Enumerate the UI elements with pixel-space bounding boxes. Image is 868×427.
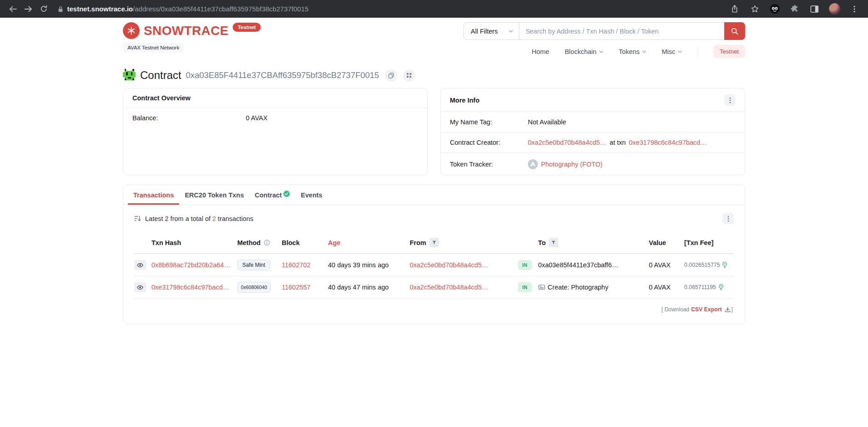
creator-address-link[interactable]: 0xa2c5e0bd70b48a4cd5…: [528, 139, 606, 146]
more-info-menu-button[interactable]: [724, 94, 736, 106]
gas-lightbulb-icon: [718, 284, 724, 291]
token-tracker-link[interactable]: Photography (FOTO): [541, 161, 603, 168]
token-logo-icon: [528, 159, 538, 169]
browser-address-bar[interactable]: testnet.snowtrace.io/address/0xa03e85f44…: [53, 0, 726, 18]
nav-item-tokens[interactable]: Tokens: [619, 48, 646, 55]
overview-card-title: Contract Overview: [132, 94, 190, 102]
contract-overview-card: Contract Overview Balance: 0 AVAX: [123, 88, 428, 175]
csv-export-row: [ Download CSV Export ]: [134, 299, 734, 316]
page-title-row: Contract 0xa03E85F4411e37CBAff635975bf38…: [123, 69, 745, 82]
browser-reload-button[interactable]: [37, 3, 50, 15]
to-filter-button[interactable]: [549, 238, 558, 247]
tab-transactions[interactable]: Transactions: [128, 185, 179, 205]
brand-name[interactable]: SNOWTRACE: [144, 22, 229, 39]
balance-row: Balance: 0 AVAX: [123, 108, 427, 128]
qr-code-button[interactable]: [403, 69, 415, 82]
browser-forward-button[interactable]: [22, 3, 34, 15]
direction-badge: IN: [518, 282, 532, 292]
txn-value: 0 AVAX: [649, 261, 671, 269]
browser-back-button[interactable]: [6, 3, 19, 15]
copy-address-button[interactable]: [385, 69, 397, 82]
view-txn-button[interactable]: [134, 260, 146, 270]
nav-item-misc[interactable]: Misc: [662, 48, 682, 55]
browser-extensions-button[interactable]: [788, 3, 801, 15]
creation-txn-link[interactable]: 0xe31798c6c84c97bacd…: [629, 139, 707, 146]
direction-badge: IN: [518, 260, 532, 270]
txn-hash-link[interactable]: 0x8b698ac72bd20b2a64…: [151, 261, 230, 269]
chevron-down-icon: [599, 50, 603, 53]
search-button[interactable]: [724, 22, 745, 40]
share-icon: [731, 5, 738, 13]
col-value: Value: [649, 232, 684, 254]
network-label: AVAX Testnet Network: [123, 43, 184, 53]
to-create-contract[interactable]: Create: Photography: [548, 284, 609, 291]
txn-fee: 0.065711195: [684, 284, 716, 290]
transactions-summary-row: Latest 2 from a total of2transactions: [134, 205, 734, 232]
age-value: 40 days 39 mins ago: [328, 261, 389, 269]
nav-testnet-badge[interactable]: Testnet: [713, 45, 745, 58]
search-filter-dropdown[interactable]: All Filters: [464, 23, 519, 39]
from-filter-button[interactable]: [429, 238, 439, 247]
browser-profile-button[interactable]: [828, 3, 841, 15]
name-tag-label: My Name Tag:: [450, 118, 528, 126]
star-icon: [751, 5, 759, 13]
user-avatar: [829, 3, 840, 15]
name-tag-row: My Name Tag: Not Available: [441, 112, 745, 132]
tab-events[interactable]: Events: [295, 185, 328, 205]
summary-count: 2: [212, 215, 216, 222]
kebab-menu-icon: [727, 216, 729, 222]
browser-menu-button[interactable]: [848, 3, 861, 15]
puzzle-icon: [790, 5, 799, 13]
col-from: From: [410, 232, 517, 254]
forward-arrow-icon: [24, 5, 33, 13]
table-options-button[interactable]: [722, 213, 734, 224]
summary-prefix: Latest 2 from a total of: [145, 215, 210, 222]
lock-icon: [58, 6, 63, 12]
brand-testnet-badge: Testnet: [233, 23, 261, 32]
chevron-down-icon: [642, 50, 646, 53]
col-age-sort[interactable]: Age: [328, 232, 410, 254]
main-content: Contract 0xa03E85F4411e37CBAff635975bf38…: [123, 69, 745, 324]
csv-export-link[interactable]: CSV Export: [691, 306, 722, 313]
name-tag-value: Not Available: [528, 118, 566, 126]
block-link[interactable]: 11602702: [282, 261, 310, 269]
block-link[interactable]: 11602557: [282, 284, 310, 291]
csv-prefix: [ Download: [661, 306, 689, 313]
transactions-card: Transactions ERC20 Token Txns Contract E…: [123, 185, 745, 324]
tab-contract-label: Contract: [255, 191, 282, 199]
tab-erc20-token-txns[interactable]: ERC20 Token Txns: [179, 185, 249, 205]
more-info-card: More Info My Name Tag: Not Available Con…: [440, 88, 745, 175]
search-input[interactable]: [519, 23, 725, 39]
sort-icon: [134, 216, 141, 221]
token-tracker-label: Token Tracker:: [450, 161, 528, 168]
page-url: testnet.snowtrace.io/address/0xa03e85f44…: [67, 5, 308, 13]
browser-toolbar: testnet.snowtrace.io/address/0xa03e85f44…: [0, 0, 868, 18]
copy-icon: [388, 73, 394, 79]
qr-grid-icon: [406, 73, 412, 78]
col-method-label: Method: [237, 239, 261, 246]
age-value: 40 days 47 mins ago: [328, 284, 389, 291]
balance-value: 0 AVAX: [246, 114, 268, 122]
info-icon[interactable]: [264, 240, 270, 245]
to-address[interactable]: 0xa03e85f4411e37cbaff6…: [538, 261, 619, 269]
nav-item-home[interactable]: Home: [532, 48, 550, 55]
url-path: /address/0xa03e85f4411e37cbaff635975bf38…: [133, 5, 308, 13]
snowtrace-logo[interactable]: [123, 22, 140, 39]
nav-item-blockchain[interactable]: Blockchain: [565, 48, 603, 55]
browser-sidepanel-button[interactable]: [808, 3, 821, 15]
tab-contract[interactable]: Contract: [249, 185, 296, 205]
col-block: Block: [282, 232, 328, 254]
txn-hash-link[interactable]: 0xe31798c6c84c97bacd…: [151, 284, 229, 291]
view-txn-button[interactable]: [134, 282, 146, 292]
browser-extension-owl-button[interactable]: [768, 3, 781, 15]
owl-extension-icon: [770, 4, 780, 14]
browser-bookmark-button[interactable]: [748, 3, 761, 15]
browser-share-button[interactable]: [728, 3, 741, 15]
url-domain: testnet.snowtrace.io: [67, 5, 133, 13]
brand-block: SNOWTRACE Testnet AVAX Testnet Network: [123, 22, 261, 53]
col-from-label: From: [410, 239, 426, 246]
transactions-summary: Latest 2 from a total of2transactions: [145, 215, 254, 222]
from-address-link[interactable]: 0xa2c5e0bd70b48a4cd5…: [410, 261, 488, 269]
from-address-link[interactable]: 0xa2c5e0bd70b48a4cd5…: [410, 284, 488, 291]
table-header-row: Txn Hash Method Block Age From: [134, 232, 734, 254]
